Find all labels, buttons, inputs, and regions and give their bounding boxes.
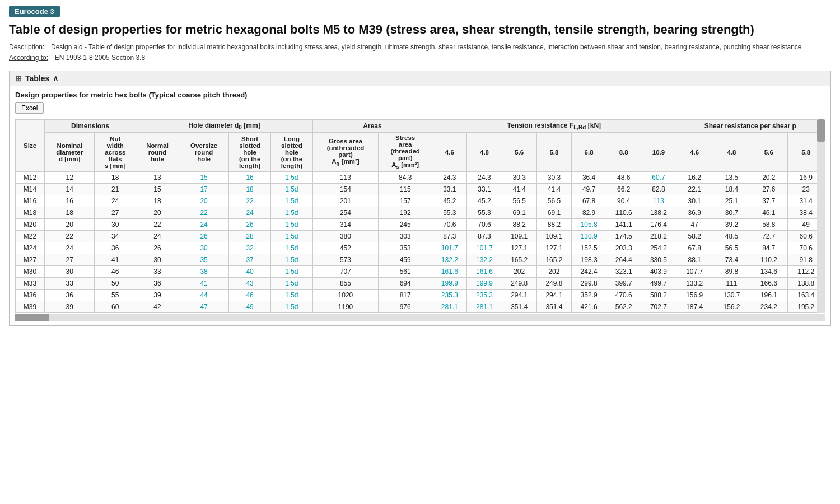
cell-t68: 198.3 — [571, 254, 606, 266]
cell-s48: 111 — [713, 278, 750, 290]
cell-s48: 156.2 — [713, 301, 750, 313]
horizontal-scrollbar-thumb[interactable] — [15, 314, 49, 321]
cell-t88: 203.3 — [606, 242, 641, 254]
cell-oversize: 22 — [179, 207, 228, 219]
col-s46: 4.6 — [676, 132, 713, 171]
table-row: M3333503641431.5d855694199.9199.9249.824… — [16, 278, 825, 290]
cell-t109: 176.4 — [641, 219, 676, 231]
cell-s48: 30.7 — [713, 207, 750, 219]
cell-nut: 34 — [95, 231, 136, 242]
cell-t56: 69.1 — [502, 207, 536, 219]
cell-t48: 55.3 — [467, 207, 502, 219]
cell-normal: 36 — [136, 278, 179, 290]
cell-t56: 202 — [502, 266, 536, 278]
cell-t88: 399.7 — [606, 278, 641, 290]
cell-t68: 421.6 — [571, 301, 606, 313]
scrollbar-thumb[interactable] — [817, 119, 825, 142]
cell-nom_d: 33 — [45, 278, 95, 290]
excel-button[interactable]: Excel — [15, 102, 44, 114]
cell-t56: 41.4 — [502, 184, 536, 195]
cell-stress: 561 — [379, 266, 432, 278]
cell-normal: 18 — [136, 195, 179, 207]
cell-t88: 470.6 — [606, 290, 641, 301]
table-row: M2424362630321.5d452353101.7101.7127.112… — [16, 242, 825, 254]
cell-stress: 192 — [379, 207, 432, 219]
cell-long: 1.5d — [271, 278, 313, 290]
cell-s56: 58.8 — [750, 219, 787, 231]
cell-normal: 39 — [136, 290, 179, 301]
cell-t68: 130.9 — [571, 231, 606, 242]
cell-t46: 132.2 — [432, 254, 467, 266]
cell-t68: 299.8 — [571, 278, 606, 290]
cell-t46: 235.3 — [432, 290, 467, 301]
cell-s56: 46.1 — [750, 207, 787, 219]
cell-short: 49 — [229, 301, 271, 313]
cell-s48: 89.8 — [713, 266, 750, 278]
cell-t56: 127.1 — [502, 242, 536, 254]
grid-icon: ⊞ — [15, 74, 22, 83]
cell-s56: 72.7 — [750, 231, 787, 242]
cell-t48: 235.3 — [467, 290, 502, 301]
cell-t46: 24.3 — [432, 172, 467, 184]
cell-t88: 264.4 — [606, 254, 641, 266]
cell-s46: 30.1 — [676, 195, 713, 207]
cell-t68: 242.4 — [571, 266, 606, 278]
cell-short: 43 — [229, 278, 271, 290]
cell-gross: 113 — [312, 172, 378, 184]
col-size: Size — [16, 119, 45, 172]
cell-oversize: 47 — [179, 301, 228, 313]
table-subtitle: Design properties for metric hex bolts (… — [15, 91, 825, 99]
col-nut-width: Nutwidthacrossflatss [mm] — [95, 132, 136, 171]
cell-nut: 46 — [95, 266, 136, 278]
cell-t68: 105.8 — [571, 219, 606, 231]
cell-short: 28 — [229, 231, 271, 242]
cell-nom_d: 22 — [45, 231, 95, 242]
cell-t58: 30.3 — [536, 172, 571, 184]
cell-normal: 24 — [136, 231, 179, 242]
cell-stress: 303 — [379, 231, 432, 242]
cell-normal: 30 — [136, 254, 179, 266]
cell-long: 1.5d — [271, 266, 313, 278]
cell-oversize: 38 — [179, 266, 228, 278]
cell-gross: 154 — [312, 184, 378, 195]
cell-long: 1.5d — [271, 301, 313, 313]
table-row: M1616241820221.5d20115745.245.256.556.56… — [16, 195, 825, 207]
cell-t48: 87.3 — [467, 231, 502, 242]
cell-t48: 281.1 — [467, 301, 502, 313]
cell-s46: 88.1 — [676, 254, 713, 266]
cell-short: 22 — [229, 195, 271, 207]
horizontal-scrollbar[interactable] — [15, 314, 825, 321]
cell-t56: 249.8 — [502, 278, 536, 290]
col-short-slotted: Shortslottedhole(on thelength) — [229, 132, 271, 171]
cell-nom_d: 27 — [45, 254, 95, 266]
cell-s56: 234.2 — [750, 301, 787, 313]
cell-nom_d: 20 — [45, 219, 95, 231]
cell-t48: 199.9 — [467, 278, 502, 290]
cell-t46: 199.9 — [432, 278, 467, 290]
vertical-scrollbar[interactable] — [817, 119, 825, 314]
cell-t58: 202 — [536, 266, 571, 278]
chevron-up-icon: ∧ — [53, 74, 58, 83]
cell-nut: 60 — [95, 301, 136, 313]
cell-short: 46 — [229, 290, 271, 301]
cell-t88: 141.1 — [606, 219, 641, 231]
cell-t109: 254.2 — [641, 242, 676, 254]
cell-s48: 13.5 — [713, 172, 750, 184]
cell-t56: 351.4 — [502, 301, 536, 313]
cell-size: M14 — [16, 184, 45, 195]
col-stress-area: Stressarea(threadedpart)As [mm²] — [379, 132, 432, 171]
col-t48: 4.8 — [467, 132, 502, 171]
cell-s48: 130.7 — [713, 290, 750, 301]
cell-t46: 70.6 — [432, 219, 467, 231]
table-row: M1818272022241.5d25419255.355.369.169.18… — [16, 207, 825, 219]
according-row: According to: EN 1993-1-8:2005 Section 3… — [9, 53, 831, 62]
cell-t56: 30.3 — [502, 172, 536, 184]
col-t68: 6.8 — [571, 132, 606, 171]
cell-t109: 82.8 — [641, 184, 676, 195]
cell-s56: 110.2 — [750, 254, 787, 266]
cell-t56: 88.2 — [502, 219, 536, 231]
according-label: According to: — [9, 54, 48, 62]
col-shear-group: Shear resistance per shear p — [676, 119, 824, 132]
table-container: Design properties for metric hex bolts (… — [9, 86, 831, 326]
cell-nut: 36 — [95, 242, 136, 254]
